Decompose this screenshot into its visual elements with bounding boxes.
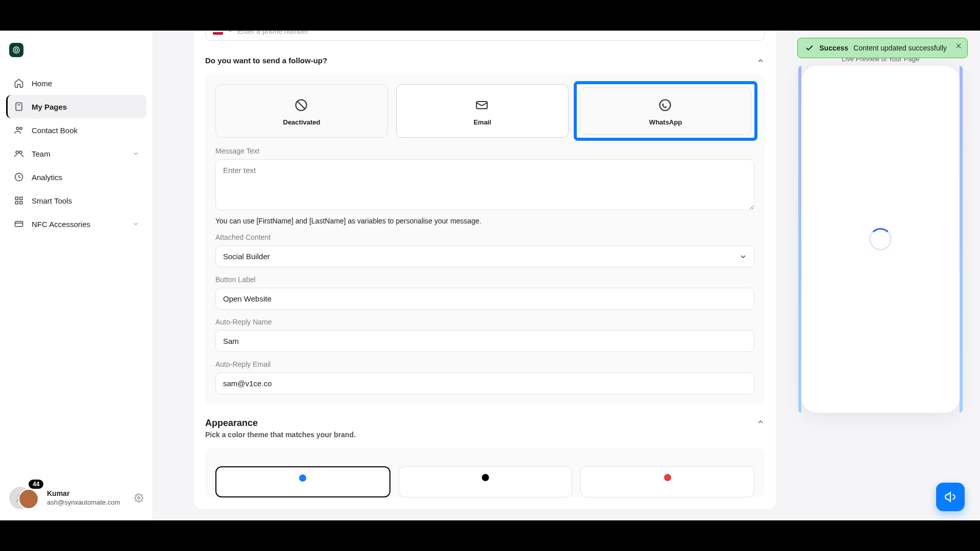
- option-label: Email: [474, 118, 492, 126]
- coffee-icon: [12, 46, 20, 54]
- svg-point-20: [660, 100, 671, 111]
- sidebar-item-label: Home: [32, 79, 52, 88]
- chevron-down-icon: [132, 220, 139, 228]
- toast-message: Content updated successfully: [853, 44, 947, 52]
- attached-content-value: Social Builder: [215, 245, 754, 267]
- button-label-label: Button Label: [215, 276, 754, 284]
- avatar: [9, 487, 32, 509]
- whatsapp-icon: [658, 98, 673, 113]
- option-label: WhatsApp: [649, 118, 682, 126]
- mail-icon: [475, 98, 490, 113]
- card-icon: [13, 218, 24, 230]
- announcements-fab[interactable]: [936, 483, 965, 511]
- close-icon: [955, 42, 962, 49]
- preview-frame: [801, 66, 960, 413]
- chevron-down-icon[interactable]: [227, 31, 233, 34]
- message-text-input[interactable]: [215, 159, 754, 210]
- ban-icon: [294, 98, 309, 113]
- flag-uk-icon: [213, 31, 223, 35]
- sidebar-item-label: Contact Book: [32, 126, 78, 135]
- svg-point-7: [19, 151, 22, 154]
- user-name: Kumar: [47, 489, 120, 498]
- sidebar-item-label: Analytics: [32, 173, 62, 182]
- color-swatch-black-icon: [482, 474, 489, 481]
- grid-icon: [13, 195, 24, 206]
- appearance-panel: . . .: [205, 448, 765, 497]
- autoreply-name-input[interactable]: [215, 330, 754, 352]
- option-email[interactable]: Email: [396, 84, 569, 138]
- svg-point-1: [15, 48, 17, 51]
- analytics-icon: [13, 171, 24, 183]
- appearance-section-header[interactable]: Appearance Pick a color theme that match…: [205, 418, 765, 439]
- followup-options: Deactivated Email WhatsApp: [215, 84, 754, 138]
- option-whatsapp[interactable]: WhatsApp: [580, 87, 751, 135]
- content-card: Enter a phone number Do you want to send…: [194, 31, 776, 509]
- users-icon: [13, 124, 24, 136]
- content-column: Enter a phone number Do you want to send…: [153, 31, 791, 520]
- loading-spinner-icon: [869, 228, 892, 251]
- settings-button[interactable]: [134, 493, 143, 503]
- followup-heading: Do you want to send a follow-up?: [205, 56, 327, 65]
- button-label-input[interactable]: [215, 288, 754, 310]
- color-swatch-red-icon: [664, 474, 671, 481]
- sidebar-item-contact-book[interactable]: Contact Book: [6, 118, 146, 142]
- preview-column: Live Preview of Your Page: [791, 31, 980, 520]
- notification-badge: 44: [29, 480, 43, 489]
- svg-point-6: [16, 151, 18, 154]
- autoreply-email-input[interactable]: [215, 372, 754, 394]
- check-icon: [805, 43, 814, 53]
- phone-input[interactable]: Enter a phone number: [205, 31, 765, 41]
- brand-logo[interactable]: [9, 43, 23, 57]
- color-theme-row: . . .: [215, 466, 754, 497]
- user-email: ash@synxautomate.com: [47, 498, 120, 507]
- option-deactivated[interactable]: Deactivated: [215, 84, 388, 138]
- message-text-label: Message Text: [215, 147, 754, 155]
- sidebar-item-label: Team: [32, 149, 51, 158]
- sidebar-item-label: NFC Accessories: [32, 220, 90, 229]
- autoreply-email-label: Auto-Reply Email: [215, 360, 754, 368]
- sidebar-item-team[interactable]: Team: [6, 142, 146, 165]
- svg-point-0: [13, 47, 19, 53]
- chevron-up-icon[interactable]: [756, 57, 765, 65]
- svg-point-16: [138, 497, 140, 499]
- sidebar-item-smart-tools[interactable]: Smart Tools: [6, 189, 146, 212]
- chevron-down-icon: [132, 150, 139, 157]
- megaphone-icon: [944, 490, 957, 504]
- sidebar-item-analytics[interactable]: Analytics: [6, 165, 146, 189]
- sidebar-item-my-pages[interactable]: My Pages: [6, 95, 146, 118]
- color-theme-red[interactable]: .: [580, 466, 754, 497]
- user-footer[interactable]: 44 Kumar ash@synxautomate.com: [6, 482, 146, 514]
- sidebar-item-label: My Pages: [32, 103, 67, 111]
- toast-close-button[interactable]: [955, 42, 962, 49]
- phone-placeholder: Enter a phone number: [237, 31, 308, 35]
- team-icon: [13, 148, 24, 159]
- message-helper-text: You can use [FirstName] and [LastName] a…: [215, 217, 754, 225]
- letterbox-bottom: [0, 520, 980, 551]
- sidebar-item-nfc-accessories[interactable]: NFC Accessories: [6, 212, 146, 236]
- appearance-title: Appearance: [205, 418, 356, 429]
- attached-content-select[interactable]: Social Builder: [215, 245, 754, 267]
- letterbox-top: [0, 0, 980, 31]
- user-info: Kumar ash@synxautomate.com: [47, 489, 120, 507]
- svg-point-5: [20, 128, 22, 130]
- attached-content-label: Attached Content: [215, 233, 754, 241]
- svg-rect-10: [20, 197, 22, 199]
- chevron-up-icon[interactable]: [756, 418, 765, 426]
- followup-section-header[interactable]: Do you want to send a follow-up?: [205, 56, 765, 65]
- svg-rect-12: [20, 202, 22, 204]
- appearance-subtitle: Pick a color theme that matches your bra…: [205, 431, 356, 439]
- app-viewport: Home My Pages Contact Book Team Analytic…: [0, 31, 980, 520]
- color-theme-dark[interactable]: .: [399, 466, 573, 497]
- autoreply-name-label: Auto-Reply Name: [215, 318, 754, 326]
- svg-point-4: [16, 127, 19, 130]
- color-swatch-blue-icon: [299, 474, 306, 482]
- svg-rect-9: [15, 197, 18, 199]
- page-icon: [13, 101, 24, 112]
- home-icon: [13, 78, 24, 89]
- gear-icon: [134, 493, 143, 503]
- followup-panel: Deactivated Email WhatsApp: [205, 74, 765, 405]
- color-theme-default[interactable]: .: [215, 466, 390, 497]
- sidebar-item-home[interactable]: Home: [6, 71, 146, 95]
- avatar-overlay: [18, 489, 39, 509]
- toast-title: Success: [819, 44, 848, 52]
